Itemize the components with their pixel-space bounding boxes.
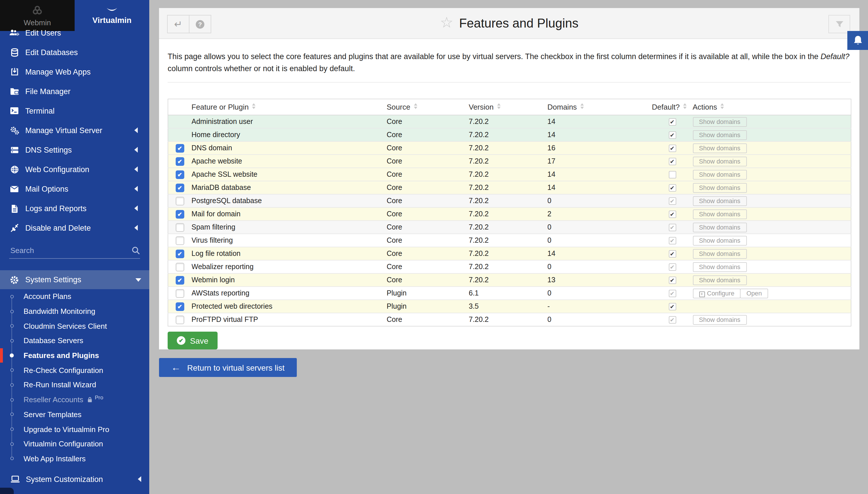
- chevron-left-icon: [131, 205, 141, 211]
- feature-checkbox[interactable]: ✔: [176, 210, 184, 218]
- feature-checkbox[interactable]: [176, 315, 184, 324]
- feature-checkbox[interactable]: ✔: [176, 183, 184, 192]
- default-checkbox[interactable]: ✔: [668, 158, 676, 165]
- sidebar-subitem-re-run-install-wizard[interactable]: Re-Run Install Wizard: [0, 378, 149, 392]
- show-domains-button[interactable]: Show domains: [692, 315, 746, 324]
- sidebar-subitem-upgrade-to-virtualmin-pro[interactable]: Upgrade to Virtualmin Pro: [0, 422, 149, 436]
- sidebar-item-manage-web-apps[interactable]: Manage Web Apps: [0, 62, 149, 81]
- sidebar-subitem-re-check-configuration[interactable]: Re-Check Configuration: [0, 363, 149, 378]
- show-domains-button[interactable]: Show domains: [692, 275, 746, 285]
- show-domains-button[interactable]: Show domains: [692, 196, 746, 206]
- star-icon[interactable]: ☆: [440, 15, 454, 30]
- default-checkbox[interactable]: ✔: [668, 303, 676, 310]
- open-button[interactable]: Open: [740, 288, 768, 298]
- feature-checkbox[interactable]: [176, 289, 184, 298]
- sidebar-section-system-settings[interactable]: System Settings: [0, 270, 149, 289]
- column-header-default[interactable]: Default?: [652, 99, 692, 115]
- filter-button[interactable]: [828, 15, 850, 33]
- notifications-button[interactable]: [847, 31, 868, 50]
- show-domains-button[interactable]: Show domains: [692, 183, 746, 192]
- sidebar-item-manage-virtual-server[interactable]: Manage Virtual Server: [0, 120, 149, 140]
- sidebar-subitem-virtualmin-configuration[interactable]: Virtualmin Configuration: [0, 437, 149, 451]
- column-label: Actions: [692, 103, 717, 111]
- default-checkbox[interactable]: ✔: [668, 184, 676, 192]
- sidebar-item-terminal[interactable]: Terminal: [0, 101, 149, 120]
- sidebar-subitem-bandwidth-monitoring[interactable]: Bandwidth Monitoring: [0, 304, 149, 319]
- sidebar-subitem-server-templates[interactable]: Server Templates: [0, 407, 149, 422]
- feature-checkbox[interactable]: ✔: [176, 276, 184, 284]
- sidebar-item-logs-and-reports[interactable]: Logs and Reports: [0, 198, 149, 218]
- column-header-source[interactable]: Source: [387, 99, 469, 115]
- show-domains-button[interactable]: Show domains: [692, 222, 746, 232]
- sort-icon[interactable]: [683, 103, 687, 109]
- sidebar-subitem-cloudmin-services-client[interactable]: Cloudmin Services Client: [0, 319, 149, 334]
- column-header-domains[interactable]: Domains: [547, 99, 652, 115]
- feature-checkbox[interactable]: [176, 223, 184, 231]
- sidebar-item-web-configuration[interactable]: Web Configuration: [0, 159, 149, 179]
- sidebar-item-dns-settings[interactable]: DNS Settings: [0, 140, 149, 159]
- cell-domains: 14: [547, 115, 652, 128]
- sidebar-subitem-label: Virtualmin Configuration: [23, 439, 103, 448]
- column-header-version[interactable]: Version: [469, 99, 547, 115]
- sort-icon[interactable]: [497, 103, 501, 109]
- sidebar-subitem-reseller-accounts[interactable]: Reseller AccountsPro: [0, 393, 149, 407]
- sort-icon[interactable]: [580, 103, 584, 109]
- feature-checkbox[interactable]: ✔: [176, 170, 184, 179]
- feature-checkbox[interactable]: ✔: [176, 157, 184, 166]
- default-checkbox[interactable]: ✔: [668, 263, 676, 271]
- sidebar-subitem-account-plans[interactable]: Account Plans: [0, 289, 149, 304]
- default-checkbox[interactable]: ✔: [668, 211, 676, 218]
- show-domains-button[interactable]: Show domains: [692, 117, 746, 127]
- return-to-servers-button[interactable]: ← Return to virtual servers list: [159, 358, 296, 377]
- sidebar-item-edit-databases[interactable]: Edit Databases: [0, 42, 149, 62]
- configure-button[interactable]: +Configure: [692, 288, 741, 298]
- sort-icon[interactable]: [413, 103, 417, 109]
- default-checkbox[interactable]: [668, 171, 676, 178]
- feature-checkbox[interactable]: ✔: [176, 249, 184, 258]
- sidebar-item-edit-users[interactable]: Edit Users: [0, 23, 149, 42]
- sidebar-item-file-manager[interactable]: File Manager: [0, 81, 149, 101]
- caret-down-icon: [135, 278, 141, 281]
- default-checkbox[interactable]: ✔: [668, 316, 676, 324]
- feature-checkbox[interactable]: ✔: [176, 302, 184, 311]
- globe-icon: [9, 165, 19, 174]
- show-domains-button[interactable]: Show domains: [692, 209, 746, 219]
- default-checkbox[interactable]: ✔: [668, 237, 676, 244]
- sidebar-item-disable-and-delete[interactable]: Disable and Delete: [0, 218, 149, 238]
- sidebar-item-mail-options[interactable]: Mail Options: [0, 179, 149, 198]
- feature-checkbox[interactable]: ✔: [176, 144, 184, 152]
- cell-version: 7.20.2: [469, 247, 547, 260]
- sort-icon[interactable]: [720, 103, 724, 109]
- show-domains-button[interactable]: Show domains: [692, 143, 746, 153]
- feature-checkbox[interactable]: [176, 196, 184, 205]
- show-domains-button[interactable]: Show domains: [692, 130, 746, 140]
- sidebar-subitem-web-app-installers[interactable]: Web App Installers: [0, 451, 149, 466]
- default-checkbox[interactable]: ✔: [668, 145, 676, 152]
- show-domains-button[interactable]: Show domains: [692, 262, 746, 272]
- column-header-actions[interactable]: Actions: [692, 99, 851, 115]
- cell-domains: 16: [547, 141, 652, 155]
- sort-icon[interactable]: [252, 103, 256, 109]
- feature-checkbox[interactable]: [176, 263, 184, 271]
- default-checkbox[interactable]: ✔: [668, 290, 676, 297]
- search-input[interactable]: [9, 246, 131, 255]
- sidebar-subitem-features-and-plugins[interactable]: Features and Plugins: [0, 348, 149, 363]
- feature-checkbox[interactable]: [176, 236, 184, 245]
- show-domains-button[interactable]: Show domains: [692, 170, 746, 179]
- default-checkbox[interactable]: ✔: [668, 131, 676, 139]
- show-domains-button[interactable]: Show domains: [692, 156, 746, 166]
- show-domains-button[interactable]: Show domains: [692, 249, 746, 259]
- show-domains-button[interactable]: Show domains: [692, 235, 746, 245]
- cell-domains: 0: [547, 313, 652, 326]
- cell-feature: Log file rotation: [191, 247, 387, 260]
- save-button[interactable]: ✔ Save: [168, 331, 218, 349]
- default-checkbox[interactable]: ✔: [668, 250, 676, 258]
- search-icon[interactable]: [131, 246, 140, 255]
- column-header-feature-or-plugin[interactable]: Feature or Plugin: [191, 99, 387, 115]
- default-checkbox[interactable]: ✔: [668, 224, 676, 231]
- sidebar-item-system-customization[interactable]: System Customization: [0, 471, 149, 488]
- default-checkbox[interactable]: ✔: [668, 118, 676, 126]
- default-checkbox[interactable]: ✔: [668, 197, 676, 205]
- default-checkbox[interactable]: ✔: [668, 277, 676, 284]
- sidebar-subitem-database-servers[interactable]: Database Servers: [0, 334, 149, 348]
